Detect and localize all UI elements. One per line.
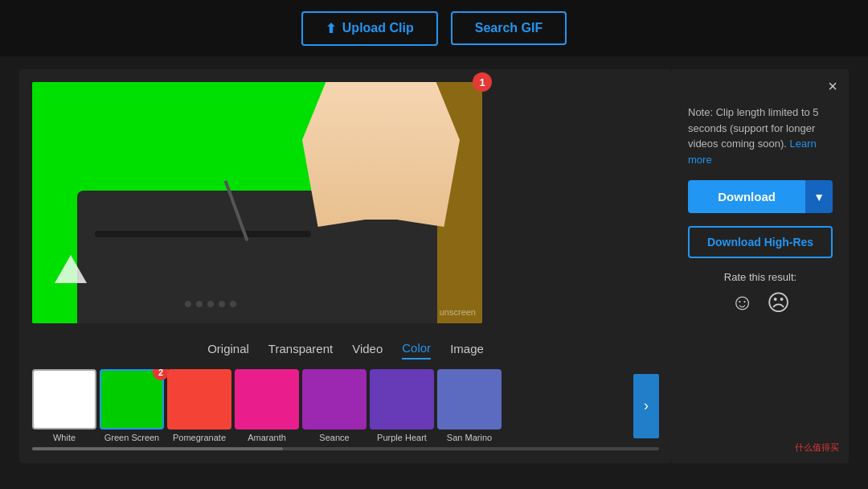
swatch-color-san-marino[interactable] [437, 369, 502, 429]
watermark-logo: 什么值得买 [795, 442, 839, 454]
video-watermark: unscreen [440, 307, 476, 317]
tab-image[interactable]: Image [450, 339, 484, 359]
swatches-row: White 2 Green Screen Pomegranate [32, 369, 659, 442]
swatch-label-seance: Seance [319, 433, 349, 442]
rate-label: Rate this result: [688, 271, 833, 283]
swatch-color-seance[interactable] [302, 369, 366, 429]
swatch-label-purple-heart: Purple Heart [377, 433, 427, 442]
download-dropdown-button[interactable]: ▼ [805, 180, 833, 213]
tab-color[interactable]: Color [402, 338, 431, 360]
download-hires-button[interactable]: Download High-Res [688, 226, 833, 258]
swatch-label-pomegranate: Pomegranate [173, 433, 226, 442]
swatch-color-purple-heart[interactable] [370, 369, 434, 429]
search-gif-label: Search GIF [475, 21, 542, 35]
swatch-label-white: White [53, 433, 76, 442]
left-panel: unscreen 1 Original Transparent Video Co… [19, 69, 672, 463]
tabs-row: Original Transparent Video Color Image [32, 338, 659, 360]
swatch-amaranth: Amaranth [235, 369, 299, 442]
thumbs-down-icon[interactable]: ☹ [767, 290, 790, 316]
swatch-color-amaranth[interactable] [235, 369, 299, 429]
tab-transparent[interactable]: Transparent [268, 339, 333, 359]
badge-one: 1 [473, 72, 492, 92]
hand-graphic [302, 82, 460, 227]
tab-original[interactable]: Original [207, 339, 249, 359]
thumbs-up-icon[interactable]: ☺ [731, 290, 754, 316]
swatch-pomegranate: Pomegranate [167, 369, 231, 442]
rate-section: Rate this result: ☺ ☹ [688, 271, 833, 316]
close-button[interactable]: × [828, 77, 837, 96]
search-gif-button[interactable]: Search GIF [451, 11, 567, 45]
scroll-bar-thumb [32, 447, 283, 450]
scroll-right-button[interactable]: › [633, 374, 659, 438]
swatch-label-amaranth: Amaranth [248, 433, 286, 442]
swatch-san-marino: San Marino [437, 369, 502, 442]
video-background [32, 82, 482, 323]
swatch-scroll-area: White 2 Green Screen Pomegranate [32, 369, 633, 442]
swatch-white: White [32, 369, 96, 442]
tab-video[interactable]: Video [352, 339, 383, 359]
swatch-label-green-screen: Green Screen [104, 433, 159, 442]
swatch-green-screen: 2 Green Screen [100, 369, 164, 442]
download-button[interactable]: Download [688, 180, 805, 213]
note-text: Note: Clip length limited to 5 seconds (… [688, 105, 833, 167]
swatch-color-green-screen[interactable]: 2 [100, 369, 164, 429]
upload-clip-button[interactable]: ⬆ Upload Clip [301, 11, 438, 46]
rate-icons: ☺ ☹ [688, 290, 833, 316]
upload-icon: ⬆ [326, 21, 336, 36]
watermark-text: 什么值得买 [795, 442, 839, 452]
right-panel: × Note: Clip length limited to 5 seconds… [672, 69, 849, 463]
swatch-seance: Seance [302, 369, 366, 442]
arrow-graphic [55, 255, 87, 283]
swatch-purple-heart: Purple Heart [370, 369, 434, 442]
main-content: unscreen 1 Original Transparent Video Co… [0, 56, 868, 476]
swatch-color-white[interactable] [32, 369, 96, 429]
scroll-bar [32, 447, 659, 450]
swatch-label-san-marino: San Marino [447, 433, 492, 442]
upload-clip-label: Upload Clip [342, 21, 414, 35]
swatch-badge-2: 2 [153, 369, 169, 380]
video-preview: unscreen [32, 82, 482, 323]
download-row: Download ▼ [688, 180, 833, 213]
swatch-color-pomegranate[interactable] [167, 369, 231, 429]
header: ⬆ Upload Clip Search GIF [0, 0, 868, 56]
